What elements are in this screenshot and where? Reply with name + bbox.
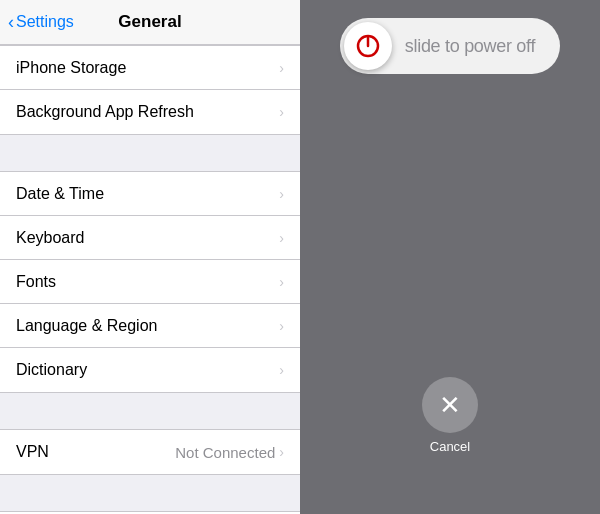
spacer	[0, 393, 300, 429]
group-datetime: Date & Time › Keyboard › Fonts › Languag…	[0, 171, 300, 393]
nav-bar: ‹ Settings General	[0, 0, 300, 45]
chevron-icon: ›	[279, 230, 284, 246]
list-item-vpn[interactable]: VPN Not Connected ›	[0, 430, 300, 474]
cancel-x-icon: ✕	[439, 392, 461, 418]
settings-list: iPhone Storage › Background App Refresh …	[0, 45, 300, 514]
vpn-status: Not Connected ›	[175, 444, 284, 461]
spacer	[0, 135, 300, 171]
item-label: Language & Region	[16, 317, 157, 335]
list-item[interactable]: Fonts ›	[0, 260, 300, 304]
list-item[interactable]: iPhone Storage ›	[0, 46, 300, 90]
chevron-icon: ›	[279, 362, 284, 378]
power-off-overlay: slide to power off ✕ Cancel	[300, 0, 600, 514]
chevron-icon: ›	[279, 60, 284, 76]
chevron-icon: ›	[279, 444, 284, 460]
back-label: Settings	[16, 13, 74, 31]
item-label: Keyboard	[16, 229, 85, 247]
group-storage: iPhone Storage › Background App Refresh …	[0, 45, 300, 135]
settings-panel: ‹ Settings General iPhone Storage › Back…	[0, 0, 300, 514]
power-thumb	[344, 22, 392, 70]
power-slider-text: slide to power off	[392, 36, 556, 57]
power-icon	[354, 32, 382, 60]
chevron-icon: ›	[279, 104, 284, 120]
item-label: Background App Refresh	[16, 103, 194, 121]
page-title: General	[118, 12, 181, 32]
item-label: VPN	[16, 443, 49, 461]
list-item[interactable]: Background App Refresh ›	[0, 90, 300, 134]
group-vpn: VPN Not Connected ›	[0, 429, 300, 475]
spacer	[0, 475, 300, 511]
chevron-icon: ›	[279, 274, 284, 290]
power-slider[interactable]: slide to power off	[340, 18, 560, 74]
list-item[interactable]: Dictionary ›	[0, 348, 300, 392]
list-item[interactable]: Date & Time ›	[0, 172, 300, 216]
vpn-status-text: Not Connected	[175, 444, 275, 461]
back-button[interactable]: ‹ Settings	[8, 13, 74, 31]
cancel-button[interactable]: ✕	[422, 377, 478, 433]
item-label: Fonts	[16, 273, 56, 291]
cancel-label: Cancel	[430, 439, 470, 454]
list-item[interactable]: Language & Region ›	[0, 304, 300, 348]
list-item[interactable]: Keyboard ›	[0, 216, 300, 260]
back-chevron-icon: ‹	[8, 13, 14, 31]
item-label: Dictionary	[16, 361, 87, 379]
cancel-area: ✕ Cancel	[422, 377, 478, 454]
chevron-icon: ›	[279, 186, 284, 202]
chevron-icon: ›	[279, 318, 284, 334]
item-label: Date & Time	[16, 185, 104, 203]
item-label: iPhone Storage	[16, 59, 126, 77]
